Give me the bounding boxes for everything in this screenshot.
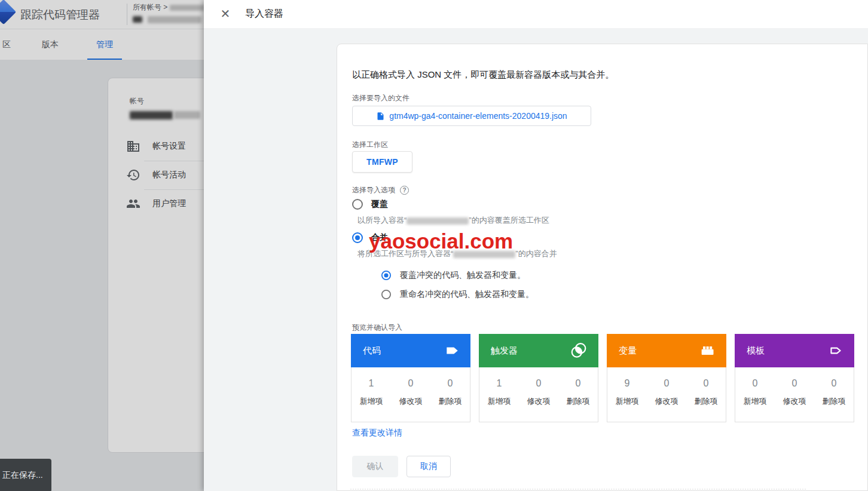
card-title: 代码 [363,345,381,357]
import-container-dialog: ✕ 导入容器 以正确格式导入 JSON 文件，即可覆盖最新容器版本或与其合并。 … [204,0,868,491]
stat-deleted-label: 删除项 [814,396,854,407]
workspace-section-label: 选择工作区 [352,140,388,150]
template-icon [828,343,843,358]
stat-added-label: 新增项 [479,396,519,407]
preview-card-templates: 模板 0新增项 0修改项 0删除项 [735,334,854,422]
preview-section-label: 预览并确认导入 [352,323,402,333]
close-icon[interactable]: ✕ [217,5,234,22]
card-stats: 1新增项 0修改项 0删除项 [351,367,470,422]
help-icon[interactable]: ? [400,186,409,195]
confirm-button[interactable]: 确认 [352,456,398,477]
merge-option[interactable]: 合并 [352,232,388,243]
import-options-label: 选择导入选项 [352,185,395,195]
saving-toast-text: 正在保存... [2,470,43,481]
stat-modified-label: 修改项 [647,396,686,407]
stat-deleted-count: 0 [814,378,854,389]
merge-option-desc: 将所选工作区与所导入容器“”的内容合并 [357,248,557,259]
workspace-select-button[interactable]: TMFWP [352,151,412,173]
stat-deleted-label: 删除项 [430,396,470,407]
redacted-container-id [453,251,515,258]
stat-added-count: 9 [607,378,647,389]
card-title: 模板 [747,345,765,357]
stat-deleted-count: 0 [430,378,470,389]
tag-icon [444,343,460,358]
file-section-label: 选择要导入的文件 [352,93,409,103]
preview-card-tags: 代码 1新增项 0修改项 0删除项 [351,334,470,422]
stat-modified-label: 修改项 [391,396,430,407]
card-header: 触发器 [479,334,598,367]
stat-added-count: 0 [735,378,775,389]
overwrite-option-label: 覆盖 [371,199,388,210]
card-title: 变量 [619,345,637,357]
cancel-button[interactable]: 取消 [407,456,451,477]
suboption-label: 覆盖冲突的代码、触发器和变量。 [400,270,525,281]
saving-toast: 正在保存... [0,459,51,491]
dialog-intro-text: 以正确格式导入 JSON 文件，即可覆盖最新容器版本或与其合并。 [352,69,614,81]
variable-icon [699,342,716,359]
preview-cards: 代码 1新增项 0修改项 0删除项 触发器 [351,334,854,422]
suboption-label: 重命名冲突的代码、触发器和变量。 [400,289,534,300]
trigger-icon [570,342,588,360]
merge-option-label: 合并 [371,232,388,243]
stat-modified-label: 修改项 [519,396,558,407]
stat-added-label: 新增项 [735,396,775,407]
stat-added-label: 新增项 [352,396,391,407]
import-options-label-row: 选择导入选项 ? [352,185,409,195]
file-icon [376,112,385,121]
workspace-name: TMFWP [366,157,398,167]
redacted-container-id [407,217,469,225]
radio-icon[interactable] [381,271,391,280]
stat-added-count: 1 [352,378,391,389]
stat-modified-count: 0 [519,378,558,389]
card-header: 代码 [351,334,470,367]
divider [350,489,806,490]
dialog-card: 以正确格式导入 JSON 文件，即可覆盖最新容器版本或与其合并。 选择要导入的文… [337,44,868,491]
preview-card-variables: 变量 9新增项 0修改项 0删除项 [607,334,726,422]
stat-modified-count: 0 [647,378,686,389]
card-header: 变量 [607,334,726,367]
card-stats: 9新增项 0修改项 0删除项 [607,367,726,422]
card-header: 模板 [735,334,854,367]
overwrite-option-desc: 以所导入容器“”的内容覆盖所选工作区 [357,215,549,226]
selected-file-button[interactable]: gtm4wp-ga4-container-elements-20200419.j… [352,106,591,126]
card-title: 触发器 [491,345,518,357]
stat-modified-label: 修改项 [775,396,814,407]
stat-deleted-count: 0 [686,378,726,389]
merge-suboption-overwrite[interactable]: 覆盖冲突的代码、触发器和变量。 [381,270,525,281]
merge-suboption-rename[interactable]: 重命名冲突的代码、触发器和变量。 [381,289,534,300]
stat-modified-count: 0 [775,378,814,389]
stat-modified-count: 0 [391,378,430,389]
selected-file-name: gtm4wp-ga4-container-elements-20200419.j… [389,111,567,121]
stat-added-count: 1 [479,378,519,389]
stat-added-label: 新增项 [607,396,647,407]
view-change-details-link[interactable]: 查看更改详情 [352,428,402,438]
card-stats: 1新增项 0修改项 0删除项 [479,367,598,422]
card-stats: 0新增项 0修改项 0删除项 [735,367,854,422]
radio-icon[interactable] [352,199,363,210]
dialog-title: 导入容器 [245,8,283,20]
radio-icon[interactable] [352,232,363,243]
dialog-header: ✕ 导入容器 [204,0,868,28]
stat-deleted-label: 删除项 [686,396,726,407]
stat-deleted-count: 0 [558,378,598,389]
radio-icon[interactable] [381,290,391,299]
stat-deleted-label: 删除项 [558,396,598,407]
preview-card-triggers: 触发器 1新增项 0修改项 0删除项 [479,334,598,422]
overwrite-option[interactable]: 覆盖 [352,199,388,210]
